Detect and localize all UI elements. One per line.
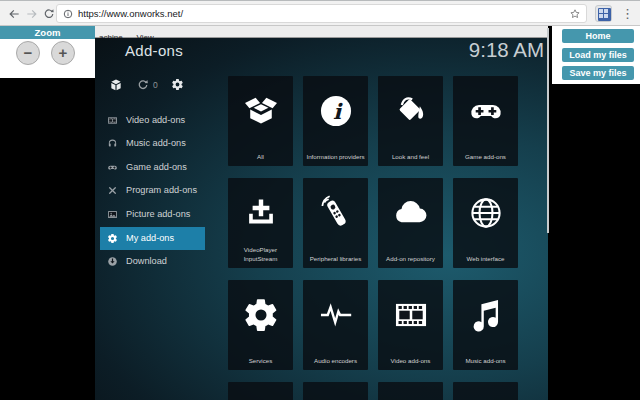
screen: https://www.onworks.net/ ⋮ Zoom − + achi… [0, 0, 640, 400]
sidebar-item-video-add-ons[interactable]: Video add-ons [100, 109, 205, 133]
sidebar-item-label: My add-ons [126, 227, 174, 251]
tile-partial[interactable] [228, 382, 293, 400]
tile-partial[interactable] [303, 382, 368, 400]
zoom-in-button[interactable]: + [51, 41, 75, 65]
zoom-panel: Zoom − + [0, 26, 95, 78]
sidebar-item-label: Picture add-ons [126, 203, 190, 227]
sidebar-item-label: Download [126, 250, 167, 274]
tile-partial[interactable] [378, 382, 443, 400]
save-my-files-button[interactable]: Save my files [562, 66, 634, 80]
tile-label: Audio encoders [303, 357, 368, 365]
home-button[interactable]: Home [562, 29, 634, 43]
sidebar-item-game-add-ons[interactable]: Game add-ons [100, 156, 205, 180]
sidebar-item-label: Program add-ons [126, 179, 197, 203]
tile-services[interactable]: Services [228, 280, 293, 370]
gear-icon [107, 233, 118, 244]
tile-label: VideoPlayer InputStream [228, 246, 293, 263]
open-box-icon [242, 92, 280, 130]
tile-label: All [228, 153, 293, 161]
tile-label: Add-on repository [378, 255, 443, 263]
file-control-panel: HomeLoad my filesSave my files [552, 26, 640, 84]
tile-videoplayer-inputstream[interactable]: VideoPlayer InputStream [228, 178, 293, 268]
tile-label: Peripheral libraries [303, 255, 368, 263]
clock: 9:18 AM [469, 38, 544, 62]
forward-arrow-icon[interactable] [25, 7, 39, 21]
sidebar-item-program-add-ons[interactable]: Program add-ons [100, 179, 205, 203]
sidebar-item-label: Game add-ons [126, 156, 187, 180]
kodi-screen: Add-ons 9:18 AM 0 Video add-onsMusic add… [95, 38, 548, 400]
tile-partial[interactable] [453, 382, 518, 400]
tile-label: Game add-ons [453, 153, 518, 161]
extension-icon[interactable] [595, 5, 612, 22]
tile-label: Look and feel [378, 153, 443, 161]
sidebar-item-picture-add-ons[interactable]: Picture add-ons [100, 203, 205, 227]
sidebar-item-download[interactable]: Download [100, 250, 205, 274]
tile-web-interface[interactable]: Web interface [453, 178, 518, 268]
tile-video-add-ons[interactable]: Video add-ons [378, 280, 443, 370]
tile-game-add-ons[interactable]: Game add-ons [453, 76, 518, 166]
reload-icon[interactable] [43, 8, 55, 20]
picture-icon [107, 209, 118, 220]
extension-glyph [598, 8, 611, 21]
url-text[interactable]: https://www.onworks.net/ [78, 8, 183, 19]
tile-audio-encoders[interactable]: Audio encoders [303, 280, 368, 370]
film-strip-icon [392, 296, 430, 334]
tray-plus-icon [242, 194, 280, 232]
back-arrow-icon[interactable] [7, 7, 21, 21]
music-note-icon [467, 296, 505, 334]
tile-music-add-ons[interactable]: Music add-ons [453, 280, 518, 370]
tile-all[interactable]: All [228, 76, 293, 166]
load-my-files-button[interactable]: Load my files [562, 48, 634, 62]
tile-label: Music add-ons [453, 357, 518, 365]
refresh-icon[interactable] [137, 79, 149, 91]
tile-label: Web interface [453, 255, 518, 263]
info-circle-icon[interactable] [63, 9, 73, 19]
zoom-panel-title: Zoom [0, 26, 95, 39]
headphones-icon [107, 138, 118, 149]
tile-peripheral-libraries[interactable]: Peripheral libraries [303, 178, 368, 268]
waveform-icon [317, 296, 355, 334]
game-controller-icon [107, 162, 118, 173]
crossed-tools-icon [107, 185, 118, 196]
update-count: 0 [153, 80, 158, 90]
game-controller-icon [467, 92, 505, 130]
sidebar-item-label: Video add-ons [126, 109, 185, 133]
tile-label: Services [228, 357, 293, 365]
tile-label: Information providers [303, 153, 368, 161]
paint-bucket-icon [392, 92, 430, 130]
vm-scrollbar[interactable] [547, 28, 549, 233]
sidebar-item-music-add-ons[interactable]: Music add-ons [100, 132, 205, 156]
globe-icon [467, 194, 505, 232]
star-icon[interactable] [569, 8, 581, 20]
cloud-icon [392, 194, 430, 232]
tile-information-providers[interactable]: iInformation providers [303, 76, 368, 166]
info-icon: i [317, 92, 355, 130]
film-strip-icon [107, 115, 118, 126]
vm-menubar: achineView [95, 26, 548, 38]
download-icon [107, 256, 118, 267]
tile-look-and-feel[interactable]: Look and feel [378, 76, 443, 166]
sidebar-item-label: Music add-ons [126, 132, 186, 156]
tile-label: Video add-ons [378, 357, 443, 365]
sidebar-item-my-add-ons[interactable]: My add-ons [100, 227, 205, 251]
browser-toolbar: https://www.onworks.net/ ⋮ [0, 0, 640, 26]
gear-icon [242, 296, 280, 334]
gear-icon[interactable] [171, 78, 184, 91]
remote-control-icon [317, 194, 355, 232]
three-dots-menu-icon[interactable]: ⋮ [621, 5, 634, 22]
zoom-out-button[interactable]: − [16, 41, 40, 65]
addon-package-icon[interactable] [109, 78, 123, 92]
page-title: Add-ons [125, 42, 183, 59]
url-bar[interactable]: https://www.onworks.net/ [56, 4, 587, 23]
tile-add-on-repository[interactable]: Add-on repository [378, 178, 443, 268]
